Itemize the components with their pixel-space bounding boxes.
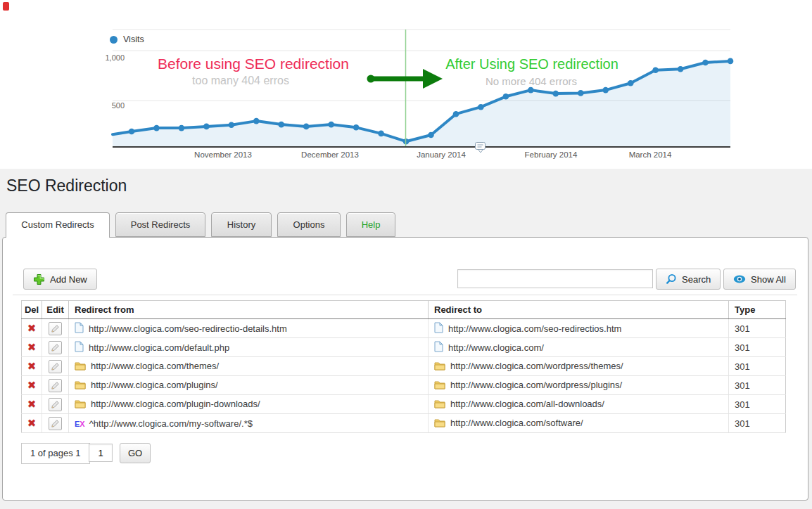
- chart-point: [353, 124, 360, 131]
- redirect-from-url: http://www.clogica.com/plugins/: [91, 380, 218, 390]
- x-tick-mar2014: March 2014: [629, 150, 672, 159]
- annotation-before-subtitle: too many 404 erros: [100, 75, 381, 87]
- table-row: ✖ EX^http://www.clogica.com/my-software/…: [22, 414, 786, 433]
- column-header-redirect-from: Redirect from: [69, 301, 429, 319]
- chart-point: [503, 94, 509, 100]
- redirect-type: 301: [729, 357, 786, 376]
- redirect-to-url: http://www.clogica.com/software/: [450, 418, 583, 428]
- folder-icon: [434, 380, 445, 392]
- delete-icon[interactable]: ✖: [27, 417, 37, 429]
- edit-icon[interactable]: [49, 322, 62, 335]
- folder-icon: [75, 399, 86, 411]
- add-new-label: Add New: [50, 274, 87, 285]
- delete-icon[interactable]: ✖: [27, 398, 37, 410]
- chart-point: [578, 90, 584, 96]
- folder-icon: [434, 399, 445, 411]
- chart-point: [453, 111, 459, 117]
- toolbar-divider: [13, 295, 797, 295]
- x-tick-labels: November 2013 December 2013 January 2014…: [194, 150, 672, 159]
- tab-options[interactable]: Options: [277, 212, 341, 237]
- page-number-input[interactable]: [89, 444, 113, 462]
- show-all-label: Show All: [751, 274, 786, 285]
- page-title: SEO Redirection: [6, 176, 127, 195]
- redirect-from-url: http://www.clogica.com/plugin-downloads/: [91, 399, 260, 409]
- tab-bar: Custom Redirects Post Redirects History …: [6, 212, 401, 238]
- chart-point: [328, 122, 334, 128]
- x-tick-jan2014: January 2014: [417, 150, 466, 159]
- delete-icon[interactable]: ✖: [27, 341, 37, 353]
- table-row: ✖ http://www.clogica.com/themes/ http://…: [22, 357, 786, 376]
- table-row: ✖ http://www.clogica.com/plugin-download…: [22, 395, 786, 414]
- column-header-edit: Edit: [42, 301, 69, 319]
- redirect-to-url: http://www.clogica.com/wordpress/themes/: [450, 361, 623, 371]
- x-tick-feb2014: February 2014: [525, 150, 578, 159]
- delete-icon[interactable]: ✖: [27, 379, 37, 391]
- visits-legend-label: Visits: [123, 34, 144, 44]
- go-button[interactable]: GO: [120, 443, 151, 463]
- redirects-table: Del Edit Redirect from Redirect to Type …: [21, 300, 786, 433]
- redirect-to-url: http://www.clogica.com/all-downloads/: [450, 399, 604, 409]
- seo-redirection-admin: SEO Redirection Custom Redirects Post Re…: [0, 169, 812, 509]
- chart-point: [129, 129, 135, 135]
- delete-icon[interactable]: ✖: [27, 360, 37, 372]
- chart-point: [203, 124, 210, 130]
- pagination-info: 1 of pages 1: [21, 443, 90, 464]
- table-row: ✖ http://www.clogica.com/plugins/ http:/…: [22, 376, 786, 395]
- chart-point: [179, 125, 185, 131]
- tab-help[interactable]: Help: [346, 212, 395, 237]
- table-row: ✖ http://www.clogica.com/seo-redirectio-…: [22, 319, 786, 338]
- table-header-row: Del Edit Redirect from Redirect to Type: [22, 301, 786, 319]
- redirect-type: 301: [729, 395, 786, 414]
- chart-point: [279, 122, 285, 128]
- folder-icon: [75, 361, 86, 373]
- tab-custom-redirects[interactable]: Custom Redirects: [6, 212, 110, 238]
- eye-icon: [733, 275, 746, 283]
- x-tick-nov2013: November 2013: [194, 150, 252, 159]
- annotation-marker-icon[interactable]: [476, 143, 486, 153]
- chart-point: [478, 104, 484, 110]
- chart-point: [678, 66, 684, 72]
- column-header-redirect-to: Redirect to: [429, 301, 729, 319]
- chart-point: [303, 124, 310, 130]
- redirect-type: 301: [729, 414, 786, 433]
- redirect-from-url: http://www.clogica.com/default.php: [89, 342, 229, 353]
- document-icon: [434, 341, 443, 354]
- edit-icon[interactable]: [49, 417, 62, 430]
- delete-icon[interactable]: ✖: [27, 322, 37, 334]
- show-all-button[interactable]: Show All: [723, 269, 796, 290]
- annotation-before-title: Before using SEO redirection: [113, 56, 394, 72]
- redirect-to-url: http://www.clogica.com/wordpress/plugins…: [450, 380, 622, 390]
- redirect-to-url: http://www.clogica.com/seo-redirectios.h…: [448, 323, 621, 334]
- chart-point: [553, 91, 559, 97]
- edit-icon[interactable]: [49, 379, 62, 392]
- chart-point: [253, 118, 260, 124]
- redirect-type: 301: [729, 376, 786, 395]
- annotation-after-subtitle: No more 404 errors: [391, 75, 672, 87]
- folder-icon: [434, 361, 445, 373]
- document-icon: [75, 341, 84, 354]
- edit-icon[interactable]: [49, 360, 62, 373]
- folder-icon: [434, 418, 445, 430]
- document-icon: [75, 322, 84, 335]
- visits-legend-dot-icon: [110, 36, 118, 44]
- folder-icon: [75, 380, 86, 392]
- search-input[interactable]: [457, 269, 653, 288]
- search-button[interactable]: Search: [656, 269, 721, 290]
- tab-history[interactable]: History: [211, 212, 272, 237]
- custom-redirects-panel: Add New Search Show All Del Edit Redirec…: [2, 237, 808, 501]
- tab-post-redirects[interactable]: Post Redirects: [115, 212, 205, 237]
- chart-point: [229, 122, 235, 129]
- chart-point: [153, 125, 160, 131]
- chart-point: [528, 87, 534, 94]
- search-button-label: Search: [682, 274, 711, 285]
- add-new-button[interactable]: Add New: [23, 269, 97, 290]
- x-tick-dec2013: December 2013: [301, 150, 359, 159]
- redirect-to-url: http://www.clogica.com/: [448, 342, 544, 353]
- chart-point: [428, 132, 434, 138]
- chart-legend: Visits: [110, 34, 144, 44]
- edit-icon[interactable]: [49, 341, 62, 354]
- column-header-del: Del: [22, 301, 42, 319]
- redirect-from-url: http://www.clogica.com/seo-redirectio-de…: [89, 323, 287, 334]
- edit-icon[interactable]: [49, 398, 62, 411]
- table-row: ✖ http://www.clogica.com/default.php htt…: [22, 338, 786, 357]
